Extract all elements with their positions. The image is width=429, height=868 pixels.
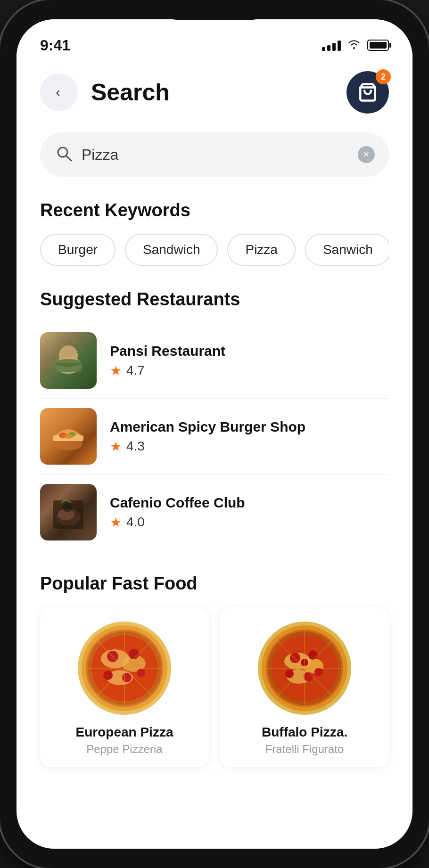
food-img-european-pizza	[77, 621, 172, 715]
phone-frame: 9:41	[0, 0, 429, 868]
keyword-chip-sandwich[interactable]: Sandwich	[125, 234, 218, 266]
battery-icon	[367, 40, 389, 51]
star-icon-pansi: ★	[110, 363, 122, 378]
food-card-buffalo-pizza[interactable]: Buffalo Pizza. Fratelli Figurato	[220, 607, 389, 767]
restaurant-info-coffee: Cafenio Coffee Club ★ 4.0	[110, 495, 389, 530]
svg-point-43	[285, 670, 294, 678]
popular-fast-food-title: Popular Fast Food	[40, 573, 389, 594]
star-icon-burger: ★	[110, 439, 122, 454]
svg-point-42	[304, 672, 313, 681]
phone-screen: 9:41	[16, 19, 412, 849]
keyword-chip-sanwich[interactable]: Sanwich	[305, 234, 389, 266]
back-button[interactable]: ‹	[40, 74, 78, 111]
keyword-chip-pizza[interactable]: Pizza	[227, 234, 295, 266]
restaurant-item-pansi[interactable]: Pansi Restaurant ★ 4.7	[40, 323, 389, 399]
clear-button[interactable]: ×	[358, 146, 375, 163]
keywords-row: Burger Sandwich Pizza Sanwich	[40, 234, 389, 266]
keyword-chip-burger[interactable]: Burger	[40, 234, 116, 266]
svg-point-26	[103, 671, 113, 680]
recent-keywords-title: Recent Keywords	[40, 200, 389, 221]
svg-point-6	[55, 359, 82, 367]
star-icon-coffee: ★	[110, 515, 122, 530]
main-content: ‹ Search 2	[16, 62, 412, 849]
svg-point-24	[129, 649, 139, 659]
rating-row-pansi: ★ 4.7	[110, 363, 389, 378]
rating-text-coffee: 4.0	[126, 515, 145, 530]
restaurant-name-pansi: Pansi Restaurant	[110, 343, 389, 359]
status-time: 9:41	[40, 37, 70, 54]
restaurant-item-coffee[interactable]: Cafenio Coffee Club ★ 4.0	[40, 475, 389, 550]
signal-icon	[322, 40, 341, 51]
restaurant-name-burger: American Spicy Burger Shop	[110, 419, 389, 435]
suggested-restaurants-section: Suggested Restaurants	[40, 289, 389, 550]
svg-point-40	[290, 653, 300, 663]
svg-point-44	[314, 668, 323, 676]
page-title: Search	[91, 79, 346, 106]
food-restaurant-buffalo-pizza: Fratelli Figurato	[265, 743, 344, 756]
food-card-european-pizza[interactable]: European Pizza Peppe Pizzeria	[40, 607, 209, 767]
restaurant-info-pansi: Pansi Restaurant ★ 4.7	[110, 343, 389, 378]
suggested-restaurants-title: Suggested Restaurants	[40, 289, 389, 310]
cart-icon	[358, 82, 378, 102]
restaurant-info-burger: American Spicy Burger Shop ★ 4.3	[110, 419, 389, 454]
status-icons	[322, 38, 389, 53]
food-name-buffalo-pizza: Buffalo Pizza.	[262, 725, 347, 740]
rating-row-burger: ★ 4.3	[110, 439, 389, 454]
svg-point-11	[64, 434, 73, 439]
rating-text-pansi: 4.7	[126, 363, 145, 378]
svg-point-15	[63, 503, 72, 512]
rating-text-burger: 4.3	[126, 439, 145, 454]
notch	[163, 0, 266, 20]
restaurant-name-coffee: Cafenio Coffee Club	[110, 495, 389, 511]
restaurant-img-coffee	[40, 484, 97, 540]
search-box[interactable]: ×	[40, 132, 389, 177]
recent-keywords-section: Recent Keywords Burger Sandwich Pizza Sa…	[40, 200, 389, 266]
search-icon	[54, 144, 74, 165]
restaurant-img-pansi	[40, 332, 97, 389]
header: ‹ Search 2	[40, 71, 389, 114]
restaurant-item-burger[interactable]: American Spicy Burger Shop ★ 4.3	[40, 399, 389, 475]
wifi-icon	[347, 38, 361, 53]
svg-line-2	[66, 156, 72, 161]
restaurant-img-burger	[40, 408, 97, 465]
cart-badge: 2	[376, 69, 391, 84]
svg-point-27	[137, 669, 145, 677]
svg-point-41	[308, 650, 318, 660]
rating-row-coffee: ★ 4.0	[110, 515, 389, 530]
food-name-european-pizza: European Pizza	[76, 725, 173, 740]
food-restaurant-european-pizza: Peppe Pizzeria	[86, 743, 162, 756]
status-bar: 9:41	[16, 19, 412, 62]
food-img-buffalo-pizza	[257, 621, 352, 715]
popular-fast-food-section: Popular Fast Food	[40, 573, 389, 767]
search-input[interactable]	[82, 146, 350, 164]
back-arrow-icon: ‹	[56, 85, 60, 100]
food-grid: European Pizza Peppe Pizzeria	[40, 607, 389, 767]
cart-button[interactable]: 2	[346, 71, 389, 114]
